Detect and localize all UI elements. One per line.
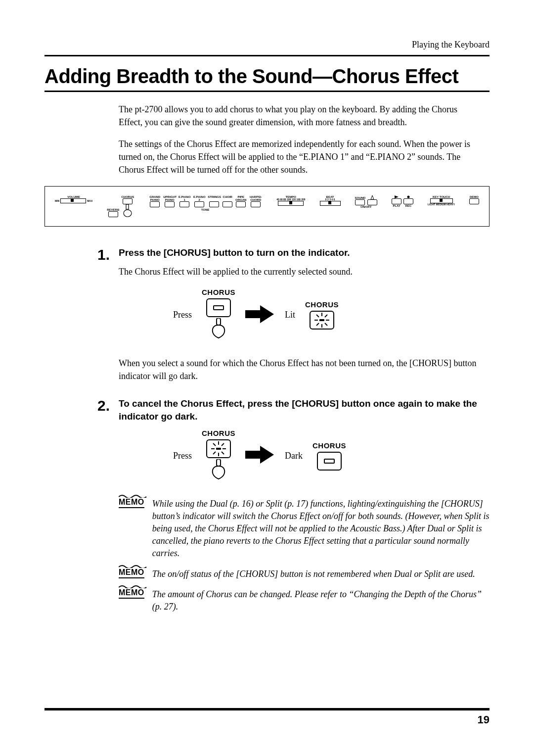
chorus-button-lit-icon-2 (206, 439, 231, 458)
arrow-right-icon-2 (245, 445, 275, 467)
memo-1: MEMO While using the Dual (p. 16) or Spl… (119, 498, 490, 560)
chorus-title-2a: CHORUS (202, 429, 235, 437)
svg-rect-15 (319, 319, 324, 321)
svg-point-1 (124, 210, 132, 217)
svg-marker-6 (245, 305, 274, 323)
step-1-press-label: Press (173, 310, 192, 320)
panel-beat: BEAT 0 2 3 4 6 (320, 195, 341, 206)
step-2-number: 2. (44, 397, 119, 621)
tone-label-1: UPRIGHT PIANO (163, 195, 176, 201)
memo-badge-2: MEMO (119, 568, 144, 578)
memo-wave-icon (119, 564, 147, 568)
tone-label-6: PIPE ORGAN (234, 195, 247, 201)
memo-badge-1: MEMO (119, 498, 144, 508)
page-number: 19 (44, 713, 490, 726)
chorus-button-lit-icon (310, 311, 334, 330)
step-1-text-b: When you select a sound for which the Ch… (119, 357, 490, 382)
svg-line-23 (213, 452, 216, 454)
chorus-button-lit-unit: CHORUS (305, 300, 339, 330)
svg-point-4 (407, 196, 410, 198)
title-rule (44, 91, 490, 92)
memo-1-text: While using the Dual (p. 16) or Split (p… (152, 498, 490, 560)
chorus-button-off-icon (206, 298, 231, 317)
svg-marker-2 (371, 195, 374, 199)
arrow-right-icon (245, 304, 275, 326)
svg-line-13 (325, 315, 327, 317)
panel-rec-label: REC (405, 204, 412, 207)
panel-tone-label: TONE (201, 208, 210, 211)
panel-reverb-chorus: REVERB CHORUS (107, 195, 134, 217)
chorus-button-icon (123, 198, 133, 204)
svg-line-20 (213, 443, 216, 446)
panel-play-label: PLAY (393, 204, 400, 207)
play-button-icon (392, 198, 401, 204)
svg-rect-24 (216, 448, 221, 450)
panel-sound-metronome: SOUND ON/OFF (355, 195, 377, 208)
panel-demo: DEMO (469, 195, 479, 204)
hand-icon (122, 204, 133, 217)
svg-line-12 (325, 323, 327, 326)
metronome-icon (370, 195, 374, 199)
tone-label-7: HARPSI-CHORD (249, 195, 262, 201)
press-hand-icon-2 (209, 459, 228, 483)
panel-volume-min: MIN (55, 200, 59, 202)
panel-tones: GRAND PIANOUPRIGHT PIANOE.PIANO 1E.PIANO… (148, 195, 262, 211)
chorus-button-off-icon-2 (317, 452, 342, 471)
chorus-button-press-unit: CHORUS (202, 288, 235, 342)
chorus-button-dark-unit: CHORUS (312, 441, 346, 471)
chorus-title-2b: CHORUS (312, 441, 346, 450)
svg-rect-0 (126, 204, 129, 209)
keyboard-panel-figure: VOLUME MIN MAX REVERB CHORUS (44, 186, 490, 227)
svg-line-14 (316, 323, 319, 326)
memo-2-text: The on/off status of the [CHORUS] button… (152, 568, 490, 580)
memo-badge-3: MEMO (119, 588, 144, 599)
tone-button-3: E.PIANO 2 (193, 195, 206, 207)
top-rule (44, 55, 490, 56)
press-hand-icon (209, 318, 228, 342)
step-2-heading: To cancel the Chorus Effect, press the [… (119, 397, 490, 423)
svg-rect-5 (217, 318, 221, 325)
svg-line-11 (316, 315, 319, 317)
step-2-figure: Press CHORUS (173, 429, 490, 483)
tone-button-1: UPRIGHT PIANO (163, 195, 176, 207)
tone-button-5: CHOIR (222, 195, 232, 207)
memo-label-2: MEMO (119, 568, 144, 576)
memo-label-1: MEMO (119, 498, 144, 506)
tone-button-icon-4 (209, 201, 219, 207)
volume-slider (60, 198, 86, 203)
step-1-figure: Press CHORUS Lit CHORUS (173, 288, 490, 342)
keytouch-slider (430, 198, 453, 203)
chorus-title-1a: CHORUS (202, 288, 235, 296)
step-1-text-a: The Chorus Effect will be applied to the… (119, 265, 490, 278)
page-footer: 19 (44, 708, 490, 726)
step-2-dark-label: Dark (285, 451, 303, 461)
section-header: Playing the Keyboard (44, 40, 490, 50)
tone-button-icon-6 (236, 201, 246, 207)
tone-button-icon-2 (179, 201, 189, 207)
step-1-lit-label: Lit (285, 310, 295, 320)
reverb-button-icon (108, 211, 118, 217)
tone-label-0: GRAND PIANO (148, 195, 161, 201)
panel-keytouch: KEY TOUCH LIGHT MEDIUM HEAVY (428, 195, 455, 206)
tone-label-2: E.PIANO 1 (178, 195, 191, 201)
step-1-heading: Press the [CHORUS] button to turn on the… (119, 246, 490, 259)
rec-button-icon (403, 198, 413, 204)
tone-button-6: PIPE ORGAN (234, 195, 247, 207)
intro-para-1: The pt-2700 allows you to add chorus to … (119, 103, 480, 129)
tone-button-icon-1 (165, 201, 175, 207)
tone-button-icon-5 (222, 201, 232, 207)
panel-keytouch-ticks: LIGHT MEDIUM HEAVY (428, 203, 455, 206)
svg-line-21 (222, 452, 224, 454)
step-2-press-label: Press (173, 451, 192, 461)
tone-label-5: CHOIR (223, 195, 232, 201)
tone-label-4: STRINGS (208, 195, 221, 201)
tone-button-2: E.PIANO 1 (178, 195, 191, 207)
memo-3-text: The amount of Chorus can be changed. Ple… (152, 588, 490, 613)
memo-wave-icon (119, 584, 147, 588)
step-1-number: 1. (44, 246, 119, 392)
tone-button-icon-0 (150, 201, 160, 207)
panel-tempo: TEMPO 40 60 80 108 120 168 200 (276, 195, 305, 206)
tone-button-4: STRINGS (208, 195, 221, 207)
step-1: 1. Press the [CHORUS] button to turn on … (44, 246, 490, 392)
tone-button-0: GRAND PIANO (148, 195, 161, 207)
